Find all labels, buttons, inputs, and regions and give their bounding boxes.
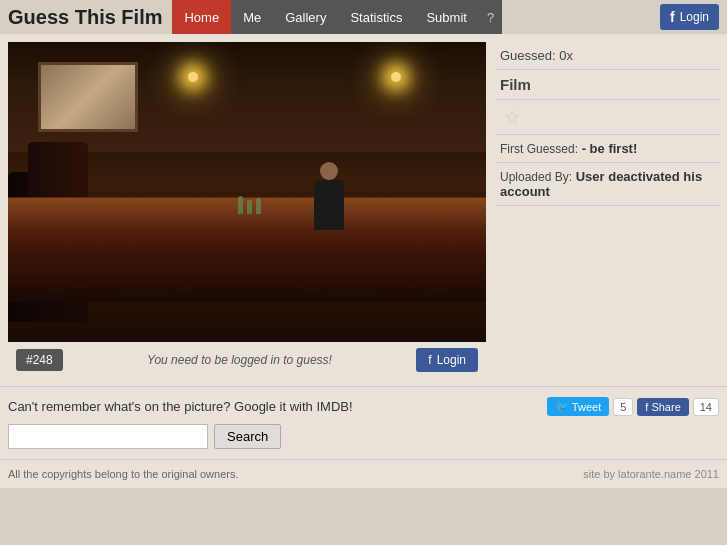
facebook-icon: f	[670, 9, 675, 25]
bottle-2	[247, 200, 252, 214]
first-guessed-label: First Guessed:	[500, 142, 578, 156]
fb-login-header-label: Login	[680, 10, 709, 24]
uploaded-label: Uploaded By:	[500, 170, 572, 184]
social-buttons: 🐦 Tweet 5 f Share 14	[547, 397, 719, 416]
figure-head	[320, 162, 338, 180]
sconce-left	[183, 72, 203, 112]
share-button[interactable]: f Share	[637, 398, 688, 416]
film-scene	[8, 42, 486, 342]
tweet-count: 5	[613, 398, 633, 416]
site-title: Guess This Film	[8, 6, 162, 29]
bottle-3	[256, 198, 261, 214]
nav-submit[interactable]: Submit	[414, 0, 478, 34]
fb-login-header-button[interactable]: f Login	[660, 4, 719, 30]
nav: Home Me Gallery Statistics Submit ?	[172, 0, 502, 34]
site-credit: site by latorante.name 2011	[583, 468, 719, 480]
share-label: Share	[651, 401, 680, 413]
tweet-label: Tweet	[572, 401, 601, 413]
header: Guess This Film Home Me Gallery Statisti…	[0, 0, 727, 34]
share-count: 14	[693, 398, 719, 416]
footer: All the copyrights belong to the origina…	[0, 459, 727, 488]
main-content: #248 You need to be logged in to guess! …	[0, 34, 727, 386]
first-guessed-value: - be first!	[582, 141, 638, 156]
fb-login-guess-button[interactable]: f Login	[416, 348, 478, 372]
image-bottom-bar: #248 You need to be logged in to guess! …	[8, 342, 486, 378]
imdb-bar-top: Can't remember what's on the picture? Go…	[8, 397, 719, 416]
star-icon[interactable]: ☆	[500, 103, 524, 131]
nav-help[interactable]: ?	[479, 0, 502, 34]
person-figure	[311, 162, 346, 232]
bottle-1	[238, 196, 243, 214]
right-panel: Guessed: 0x Film ☆ First Guessed: - be f…	[496, 42, 719, 378]
imdb-search-row: Search	[8, 424, 719, 449]
facebook-share-icon: f	[645, 401, 648, 413]
film-label: Film	[500, 76, 531, 93]
film-image	[8, 42, 486, 342]
film-number-badge: #248	[16, 349, 63, 371]
painting	[38, 62, 138, 132]
sconce-right	[386, 72, 406, 112]
twitter-bird-icon: 🐦	[555, 400, 569, 413]
login-prompt: You need to be logged in to guess!	[147, 353, 332, 367]
guessed-label: Guessed:	[500, 48, 556, 63]
guessed-row: Guessed: 0x	[496, 42, 719, 70]
guessed-value: 0x	[559, 48, 573, 63]
film-title-row: Film	[496, 70, 719, 100]
nav-gallery[interactable]: Gallery	[273, 0, 338, 34]
uploaded-row: Uploaded By: User deactivated his accoun…	[496, 163, 719, 206]
search-input[interactable]	[8, 424, 208, 449]
nav-statistics[interactable]: Statistics	[338, 0, 414, 34]
fb-login-guess-label: Login	[437, 353, 466, 367]
nav-me[interactable]: Me	[231, 0, 273, 34]
table-bottles	[238, 194, 298, 214]
imdb-bar: Can't remember what's on the picture? Go…	[0, 386, 727, 459]
tweet-button[interactable]: 🐦 Tweet	[547, 397, 609, 416]
copyright-text: All the copyrights belong to the origina…	[8, 468, 239, 480]
imdb-prompt: Can't remember what's on the picture? Go…	[8, 399, 353, 414]
left-panel: #248 You need to be logged in to guess! …	[8, 42, 486, 378]
search-button[interactable]: Search	[214, 424, 281, 449]
first-guessed-row: First Guessed: - be first!	[496, 135, 719, 163]
fb-icon-guess: f	[428, 353, 431, 367]
star-row[interactable]: ☆	[496, 100, 719, 135]
nav-home[interactable]: Home	[172, 0, 231, 34]
figure-body	[314, 180, 344, 230]
